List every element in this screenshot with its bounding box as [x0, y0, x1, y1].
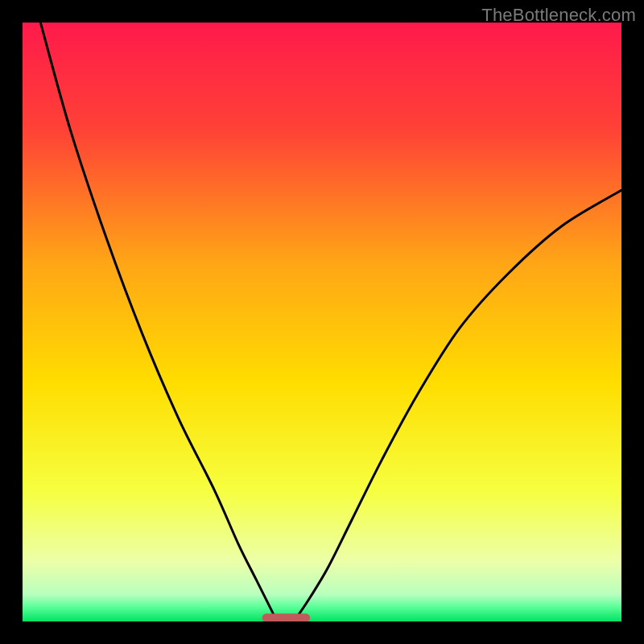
gradient-background	[23, 23, 621, 621]
chart-frame: TheBottleneck.com	[0, 0, 644, 644]
plot-area	[23, 23, 621, 621]
chart-svg	[23, 23, 621, 621]
marker-group	[262, 613, 311, 621]
bottleneck-marker	[262, 613, 311, 621]
watermark-text: TheBottleneck.com	[481, 5, 636, 26]
